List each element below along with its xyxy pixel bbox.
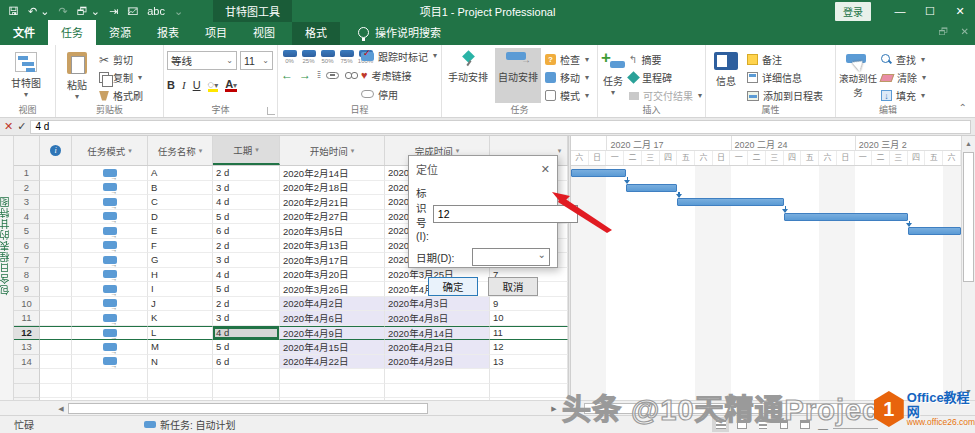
indent-task-icon[interactable]: → (299, 68, 311, 82)
deliverable-button[interactable]: 可交付结果▾ (629, 88, 702, 103)
insert-milestone-button[interactable]: 里程碑 (629, 70, 702, 85)
font-size-combo[interactable]: 11⌄ (240, 51, 273, 70)
link-tasks-icon[interactable] (326, 72, 339, 79)
add-to-timeline-button[interactable]: 添加到日程表 (747, 88, 823, 103)
save-icon[interactable]: 🖫 (8, 5, 19, 17)
report-view-button[interactable] (796, 417, 813, 432)
table-scroll-thumb[interactable] (68, 403, 428, 414)
find-button[interactable]: 查找▾ (881, 52, 926, 67)
date-combo[interactable] (472, 248, 550, 266)
underline-button[interactable]: U (193, 79, 201, 91)
copy-button[interactable]: 复制▾ (99, 70, 143, 85)
view-bar[interactable]: 包含日程表的甘特图 (0, 136, 14, 400)
tab-view[interactable]: 视图 (240, 20, 288, 45)
manually-schedule-button[interactable]: 手动安排 (445, 48, 491, 103)
task-bar[interactable] (677, 198, 783, 206)
split-task-icon[interactable]: ⁞⁞ (317, 70, 320, 80)
tell-me-search[interactable]: 操作说明搜索 (358, 24, 441, 45)
ok-button[interactable]: 确定 (428, 277, 478, 296)
new-task-mode[interactable]: 新任务: 自动计划 (144, 417, 236, 432)
unlink-tasks-icon[interactable] (345, 72, 358, 79)
move-button[interactable]: 移动▾ (545, 70, 589, 85)
share-icon[interactable]: 🗗 (939, 26, 949, 37)
percent-complete-button[interactable]: 25% (300, 50, 317, 64)
tab-format[interactable]: 格式 (292, 20, 340, 45)
vertical-scroll-thumb[interactable] (963, 152, 974, 282)
chart-scroll-thumb[interactable] (584, 403, 884, 414)
start-header[interactable]: 开始时间▾ (280, 136, 385, 165)
font-color-button[interactable]: A▾ (225, 78, 237, 92)
percent-complete-button[interactable]: 75% (338, 50, 355, 64)
paste-button[interactable]: 粘贴 ▾ (59, 48, 95, 103)
task-bar[interactable] (571, 169, 626, 177)
insert-summary-button[interactable]: ↰摘要 (629, 52, 702, 67)
respect-links-button[interactable]: ♥考虑链接 (361, 67, 437, 83)
team-planner-view-button[interactable] (754, 417, 771, 432)
table-horizontal-scrollbar[interactable]: ◀ ▶ (55, 402, 560, 415)
confirm-entry-icon[interactable]: ✓ (17, 120, 26, 133)
undo-icon[interactable]: ↶ ⌄ (28, 5, 50, 18)
details-button[interactable]: 详细信息 (747, 70, 823, 85)
gantt-chart-button[interactable]: 甘特图 ▾ (3, 48, 49, 103)
table-row[interactable]: 13M5 d2020年4月15日2020年4月21日12 (14, 340, 568, 355)
duration-header[interactable]: 工期▾ (213, 136, 280, 165)
insert-task-button[interactable]: 任务 ▾ (601, 48, 625, 103)
zoom-out-icon[interactable]: — (818, 423, 828, 433)
tab-report[interactable]: 报表 (144, 20, 192, 45)
scroll-left-icon[interactable]: ◀ (571, 402, 583, 415)
gantt-view-button[interactable] (712, 417, 729, 432)
entry-input[interactable] (30, 120, 971, 134)
font-name-combo[interactable]: 等线⌄ (167, 51, 237, 70)
resource-sheet-view-button[interactable] (775, 417, 792, 432)
scroll-to-task-button[interactable]: 滚动到任务 (839, 48, 877, 103)
chart-icon[interactable]: 🗠 (127, 5, 138, 17)
cut-button[interactable]: ✂剪切 (99, 52, 143, 67)
zoom-slider[interactable]: — (818, 423, 878, 433)
bold-button[interactable]: B (167, 79, 175, 91)
task-bar[interactable] (626, 184, 677, 192)
maximize-button[interactable]: ☐ (915, 0, 945, 22)
background-color-button[interactable]: ◌▾ (208, 78, 219, 92)
spelling-icon[interactable]: abc (147, 5, 165, 17)
tab-resource[interactable]: 资源 (96, 20, 144, 45)
inspect-button[interactable]: ?检查▾ (545, 52, 589, 67)
scroll-right-icon[interactable]: ▶ (548, 402, 560, 415)
id-input[interactable] (433, 205, 578, 223)
close-ribbon-icon[interactable]: ✕ (961, 26, 969, 37)
percent-complete-button[interactable]: 50% (319, 50, 336, 64)
format-painter-button[interactable]: 格式刷 (99, 88, 143, 103)
cancel-button[interactable]: 取消 (488, 277, 538, 296)
mark-on-track-button[interactable]: 跟踪时标记▾ (361, 48, 437, 64)
indent-icon[interactable]: ⇥ (109, 5, 118, 18)
collapse-ribbon-icon[interactable]: ⌃ (959, 102, 967, 113)
percent-complete-button[interactable]: 0% (281, 50, 298, 64)
clear-button[interactable]: 清除▾ (881, 70, 926, 85)
task-usage-view-button[interactable] (733, 417, 750, 432)
outdent-task-icon[interactable]: ← (281, 68, 293, 82)
tab-file[interactable]: 文件 (0, 20, 48, 45)
fill-button[interactable]: ↓填充▾ (881, 88, 926, 103)
task-mode-header[interactable]: 任务模式▾ (72, 136, 148, 165)
table-row[interactable]: 12L4 d2020年4月9日2020年4月14日11 (14, 326, 568, 341)
table-row[interactable]: 11K3 d2020年4月6日2020年4月8日10 (14, 311, 568, 326)
inactivate-button[interactable]: 停用 (361, 86, 437, 102)
sign-in-button[interactable]: 登录 (835, 2, 871, 21)
minimize-button[interactable]: — (885, 0, 915, 22)
mode-button[interactable]: 模式▾ (545, 88, 589, 103)
info-column-header[interactable]: i (40, 136, 72, 165)
italic-button[interactable]: I (182, 79, 186, 91)
tab-task[interactable]: 任务 (48, 20, 96, 45)
vertical-scrollbar[interactable]: ▲ ▼ (961, 136, 975, 400)
notes-button[interactable]: 备注 (747, 52, 823, 67)
customize-qat-icon[interactable]: ⌄ (174, 5, 183, 18)
information-button[interactable]: 信息 (709, 48, 743, 103)
window-switch-icon[interactable]: 🗗 ⌄ (77, 5, 100, 18)
cancel-entry-icon[interactable]: ✕ (4, 120, 13, 133)
tab-project[interactable]: 项目 (192, 20, 240, 45)
task-name-header[interactable]: 任务名称▾ (148, 136, 213, 165)
scroll-up-icon[interactable]: ▲ (962, 137, 975, 151)
table-row[interactable]: 14N6 d2020年4月22日2020年4月29日13 (14, 355, 568, 370)
empty-row[interactable] (14, 384, 568, 399)
dialog-close-icon[interactable]: ✕ (541, 163, 550, 176)
close-button[interactable]: ✕ (945, 0, 975, 22)
